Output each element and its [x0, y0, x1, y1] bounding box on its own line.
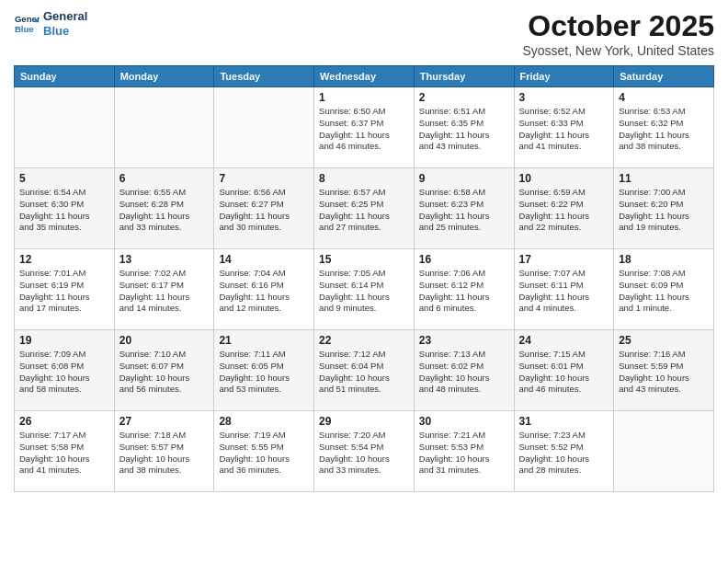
day-number: 30	[419, 415, 509, 428]
calendar-cell: 8Sunrise: 6:57 AMSunset: 6:25 PMDaylight…	[314, 168, 415, 249]
calendar-cell: 4Sunrise: 6:53 AMSunset: 6:32 PMDaylight…	[614, 87, 714, 168]
month-title: October 2025	[522, 9, 714, 43]
day-number: 21	[219, 334, 309, 347]
col-tuesday: Tuesday	[214, 66, 314, 87]
logo-icon: General Blue	[14, 11, 40, 37]
day-info: Sunrise: 7:20 AMSunset: 5:54 PMDaylight:…	[319, 430, 409, 477]
day-info: Sunrise: 7:12 AMSunset: 6:04 PMDaylight:…	[319, 349, 409, 396]
day-number: 14	[219, 253, 309, 266]
calendar-cell: 23Sunrise: 7:13 AMSunset: 6:02 PMDayligh…	[414, 330, 514, 411]
day-info: Sunrise: 7:15 AMSunset: 6:01 PMDaylight:…	[519, 349, 609, 396]
calendar-cell: 14Sunrise: 7:04 AMSunset: 6:16 PMDayligh…	[214, 249, 314, 330]
title-area: October 2025 Syosset, New York, United S…	[522, 9, 714, 58]
col-monday: Monday	[114, 66, 214, 87]
location: Syosset, New York, United States	[522, 43, 714, 58]
day-info: Sunrise: 7:17 AMSunset: 5:58 PMDaylight:…	[19, 430, 109, 477]
col-saturday: Saturday	[614, 66, 714, 87]
day-number: 27	[119, 415, 210, 428]
calendar-cell	[214, 87, 314, 168]
day-info: Sunrise: 7:10 AMSunset: 6:07 PMDaylight:…	[119, 349, 210, 396]
calendar-cell: 21Sunrise: 7:11 AMSunset: 6:05 PMDayligh…	[214, 330, 314, 411]
header: General Blue General Blue October 2025 S…	[14, 9, 714, 58]
day-number: 29	[319, 415, 409, 428]
svg-text:Blue: Blue	[15, 23, 34, 33]
day-info: Sunrise: 7:13 AMSunset: 6:02 PMDaylight:…	[419, 349, 509, 396]
week-row-1: 1Sunrise: 6:50 AMSunset: 6:37 PMDaylight…	[15, 87, 714, 168]
calendar-cell: 27Sunrise: 7:18 AMSunset: 5:57 PMDayligh…	[114, 411, 214, 492]
day-number: 22	[319, 334, 409, 347]
day-number: 1	[319, 91, 409, 104]
calendar-cell: 10Sunrise: 6:59 AMSunset: 6:22 PMDayligh…	[514, 168, 614, 249]
day-info: Sunrise: 7:02 AMSunset: 6:17 PMDaylight:…	[119, 268, 210, 315]
calendar-cell: 26Sunrise: 7:17 AMSunset: 5:58 PMDayligh…	[15, 411, 115, 492]
calendar-cell: 25Sunrise: 7:16 AMSunset: 5:59 PMDayligh…	[614, 330, 714, 411]
day-number: 25	[619, 334, 709, 347]
logo-line1: General	[43, 9, 87, 24]
day-number: 13	[119, 253, 210, 266]
day-number: 26	[19, 415, 109, 428]
day-number: 16	[419, 253, 509, 266]
day-number: 12	[19, 253, 109, 266]
day-info: Sunrise: 6:52 AMSunset: 6:33 PMDaylight:…	[519, 106, 609, 153]
main-container: General Blue General Blue October 2025 S…	[0, 0, 728, 497]
calendar-cell: 13Sunrise: 7:02 AMSunset: 6:17 PMDayligh…	[114, 249, 214, 330]
day-info: Sunrise: 6:55 AMSunset: 6:28 PMDaylight:…	[119, 187, 210, 234]
day-number: 31	[519, 415, 609, 428]
day-info: Sunrise: 6:54 AMSunset: 6:30 PMDaylight:…	[19, 187, 109, 234]
calendar-cell: 20Sunrise: 7:10 AMSunset: 6:07 PMDayligh…	[114, 330, 214, 411]
day-number: 18	[619, 253, 709, 266]
calendar-cell: 24Sunrise: 7:15 AMSunset: 6:01 PMDayligh…	[514, 330, 614, 411]
calendar-cell: 30Sunrise: 7:21 AMSunset: 5:53 PMDayligh…	[414, 411, 514, 492]
calendar-header-row: Sunday Monday Tuesday Wednesday Thursday…	[15, 66, 714, 87]
logo-line2: Blue	[43, 24, 87, 39]
week-row-3: 12Sunrise: 7:01 AMSunset: 6:19 PMDayligh…	[15, 249, 714, 330]
col-wednesday: Wednesday	[314, 66, 415, 87]
day-number: 9	[419, 172, 509, 185]
calendar-cell: 1Sunrise: 6:50 AMSunset: 6:37 PMDaylight…	[314, 87, 415, 168]
day-number: 3	[519, 91, 609, 104]
day-number: 20	[119, 334, 210, 347]
calendar-cell: 3Sunrise: 6:52 AMSunset: 6:33 PMDaylight…	[514, 87, 614, 168]
calendar-cell: 9Sunrise: 6:58 AMSunset: 6:23 PMDaylight…	[414, 168, 514, 249]
day-info: Sunrise: 7:06 AMSunset: 6:12 PMDaylight:…	[419, 268, 509, 315]
day-info: Sunrise: 6:59 AMSunset: 6:22 PMDaylight:…	[519, 187, 609, 234]
calendar-cell: 16Sunrise: 7:06 AMSunset: 6:12 PMDayligh…	[414, 249, 514, 330]
calendar-cell: 15Sunrise: 7:05 AMSunset: 6:14 PMDayligh…	[314, 249, 415, 330]
day-info: Sunrise: 7:00 AMSunset: 6:20 PMDaylight:…	[619, 187, 709, 234]
logo: General Blue General Blue	[14, 9, 87, 38]
day-info: Sunrise: 6:58 AMSunset: 6:23 PMDaylight:…	[419, 187, 509, 234]
calendar-cell: 12Sunrise: 7:01 AMSunset: 6:19 PMDayligh…	[15, 249, 115, 330]
day-number: 10	[519, 172, 609, 185]
col-thursday: Thursday	[414, 66, 514, 87]
calendar-cell: 31Sunrise: 7:23 AMSunset: 5:52 PMDayligh…	[514, 411, 614, 492]
day-info: Sunrise: 7:07 AMSunset: 6:11 PMDaylight:…	[519, 268, 609, 315]
week-row-4: 19Sunrise: 7:09 AMSunset: 6:08 PMDayligh…	[15, 330, 714, 411]
col-friday: Friday	[514, 66, 614, 87]
calendar-table: Sunday Monday Tuesday Wednesday Thursday…	[14, 65, 714, 492]
day-info: Sunrise: 7:01 AMSunset: 6:19 PMDaylight:…	[19, 268, 109, 315]
day-info: Sunrise: 6:56 AMSunset: 6:27 PMDaylight:…	[219, 187, 309, 234]
calendar-cell: 5Sunrise: 6:54 AMSunset: 6:30 PMDaylight…	[15, 168, 115, 249]
day-info: Sunrise: 7:08 AMSunset: 6:09 PMDaylight:…	[619, 268, 709, 315]
calendar-cell: 17Sunrise: 7:07 AMSunset: 6:11 PMDayligh…	[514, 249, 614, 330]
week-row-5: 26Sunrise: 7:17 AMSunset: 5:58 PMDayligh…	[15, 411, 714, 492]
day-number: 28	[219, 415, 309, 428]
calendar-cell: 29Sunrise: 7:20 AMSunset: 5:54 PMDayligh…	[314, 411, 415, 492]
col-sunday: Sunday	[15, 66, 115, 87]
day-number: 2	[419, 91, 509, 104]
day-number: 15	[319, 253, 409, 266]
day-info: Sunrise: 6:51 AMSunset: 6:35 PMDaylight:…	[419, 106, 509, 153]
day-number: 7	[219, 172, 309, 185]
calendar-cell	[114, 87, 214, 168]
day-info: Sunrise: 7:16 AMSunset: 5:59 PMDaylight:…	[619, 349, 709, 396]
day-number: 6	[119, 172, 210, 185]
calendar-cell: 19Sunrise: 7:09 AMSunset: 6:08 PMDayligh…	[15, 330, 115, 411]
day-info: Sunrise: 7:19 AMSunset: 5:55 PMDaylight:…	[219, 430, 309, 477]
calendar-cell: 22Sunrise: 7:12 AMSunset: 6:04 PMDayligh…	[314, 330, 415, 411]
day-number: 23	[419, 334, 509, 347]
day-info: Sunrise: 7:21 AMSunset: 5:53 PMDaylight:…	[419, 430, 509, 477]
calendar-cell	[15, 87, 115, 168]
day-info: Sunrise: 6:57 AMSunset: 6:25 PMDaylight:…	[319, 187, 409, 234]
calendar-cell: 6Sunrise: 6:55 AMSunset: 6:28 PMDaylight…	[114, 168, 214, 249]
day-info: Sunrise: 6:50 AMSunset: 6:37 PMDaylight:…	[319, 106, 409, 153]
